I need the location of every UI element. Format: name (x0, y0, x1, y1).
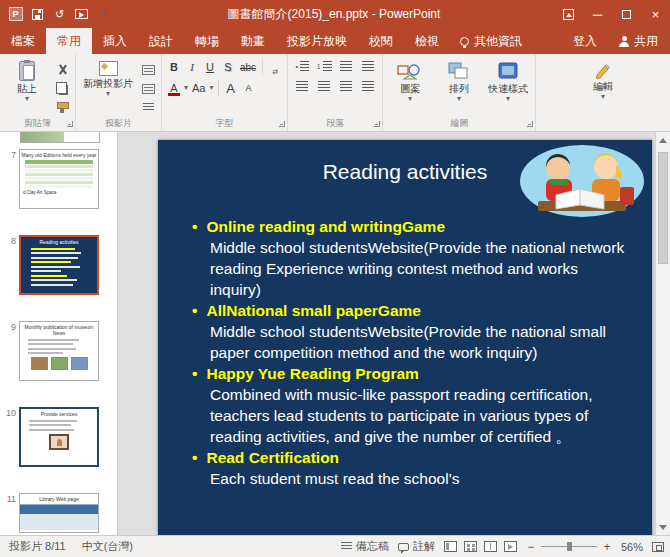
scroll-up-button[interactable] (656, 133, 670, 147)
reset-button[interactable] (139, 81, 157, 96)
normal-view-button[interactable] (444, 541, 457, 552)
close-button[interactable]: × (641, 0, 670, 28)
tab-insert[interactable]: 插入 (92, 28, 138, 54)
language-indicator[interactable]: 中文(台灣) (82, 539, 133, 554)
slide-body-text[interactable]: •Online reading and writingGame Middle s… (192, 216, 630, 489)
numbering-button[interactable]: 1 (314, 58, 334, 74)
qat-customize-button[interactable]: ▾ (93, 2, 114, 26)
bold-button[interactable]: B (166, 58, 182, 75)
new-slide-button[interactable]: 新增投影片 ▾ (80, 58, 136, 97)
tab-view[interactable]: 檢視 (404, 28, 450, 54)
paste-button[interactable]: 貼上 ▾ (4, 58, 50, 102)
decrease-font-size-button[interactable]: A (241, 79, 257, 96)
font-color-button[interactable]: A (166, 79, 182, 96)
zoom-out-button[interactable]: − (526, 540, 536, 554)
chevron-down-icon: ▾ (25, 96, 29, 102)
zoom-level[interactable]: 56% (621, 541, 643, 553)
tab-home[interactable]: 常用 (46, 28, 92, 54)
maximize-button[interactable] (612, 0, 641, 28)
slide-thumbnail-10[interactable]: Provide services (19, 407, 99, 467)
character-spacing-button[interactable]: ⇄ (267, 58, 283, 75)
ribbon-display-options-button[interactable] (554, 0, 583, 28)
justify-icon (362, 81, 374, 91)
undo-button[interactable]: ↺ (49, 2, 70, 26)
format-painter-icon (57, 102, 67, 113)
decrease-indent-button[interactable] (336, 58, 356, 74)
chevron-down-icon: ▾ (209, 85, 213, 91)
copy-button[interactable] (53, 81, 71, 96)
layout-button[interactable] (139, 62, 157, 77)
paragraph-group: • 1 段落 (288, 54, 383, 131)
app-menu-button[interactable]: P (5, 2, 26, 26)
tab-animations[interactable]: 動畫 (230, 28, 276, 54)
dialog-launcher-icon[interactable] (527, 121, 533, 127)
dialog-launcher-icon[interactable] (374, 121, 380, 127)
editing-button[interactable]: 編輯 ▾ (580, 58, 626, 100)
shapes-button[interactable]: 圖案 ▾ (387, 58, 433, 102)
comments-button[interactable]: 註解 (398, 539, 435, 554)
dialog-launcher-icon[interactable] (279, 121, 285, 127)
reading-kids-clipart[interactable] (516, 143, 644, 219)
thumbnail-title: Many old Editions held every year (20, 150, 98, 158)
quick-styles-button[interactable]: 快速樣式 ▾ (485, 58, 531, 102)
tab-design[interactable]: 設計 (138, 28, 184, 54)
tell-me-box[interactable]: 其他資訊 (450, 28, 532, 54)
reading-view-button[interactable] (484, 541, 497, 552)
tab-transitions[interactable]: 轉場 (184, 28, 230, 54)
slideshow-icon (75, 9, 88, 19)
increase-indent-button[interactable] (358, 58, 378, 74)
slide-thumbnail-6-partial[interactable] (20, 132, 100, 143)
bullet-icon: • (192, 363, 197, 384)
decrease-indent-icon (340, 61, 352, 71)
italic-button[interactable]: I (184, 58, 200, 75)
align-left-icon (296, 81, 308, 91)
align-right-button[interactable] (336, 78, 356, 94)
slide-number-8: 8 (0, 235, 19, 295)
text-shadow-button[interactable]: S (220, 58, 236, 75)
change-case-button[interactable]: Aa (190, 79, 207, 96)
vertical-scrollbar[interactable] (655, 132, 670, 535)
zoom-slider[interactable] (541, 546, 597, 547)
slide-sorter-view-button[interactable] (464, 541, 477, 552)
ribbon-tab-bar: 檔案 常用 插入 設計 轉場 動畫 投影片放映 校閱 檢視 其他資訊 登入 共用 (0, 28, 670, 54)
zoom-in-button[interactable]: + (602, 540, 612, 554)
justify-button[interactable] (358, 78, 378, 94)
share-button[interactable]: 共用 (607, 28, 670, 54)
slideshow-view-button[interactable] (504, 541, 517, 552)
minimize-button[interactable]: ─ (583, 0, 612, 28)
tell-me-label: 其他資訊 (474, 33, 522, 50)
slide-indicator[interactable]: 投影片 8/11 (9, 539, 66, 554)
bullets-button[interactable]: • (292, 58, 312, 74)
clipboard-group-label: 剪貼簿 (0, 116, 75, 131)
tab-slideshow[interactable]: 投影片放映 (276, 28, 358, 54)
fit-to-window-button[interactable] (652, 542, 664, 552)
start-slideshow-button[interactable] (71, 2, 92, 26)
sign-in-button[interactable]: 登入 (563, 28, 607, 54)
thumbnail-title: Monthly publication of museum News (20, 322, 98, 336)
underline-button[interactable]: U (202, 58, 218, 75)
slide-thumbnail-8-selected[interactable]: Reading activities (19, 235, 99, 295)
slide-editing-area[interactable]: Reading activities (158, 140, 652, 535)
slide-thumbnail-9[interactable]: Monthly publication of museum News (19, 321, 99, 381)
editing-group: 編輯 ▾ (536, 54, 670, 131)
format-painter-button[interactable] (53, 100, 71, 115)
tab-file[interactable]: 檔案 (0, 28, 46, 54)
section-button[interactable] (139, 100, 157, 115)
notes-button[interactable]: 備忘稿 (341, 539, 389, 554)
tab-review[interactable]: 校閱 (358, 28, 404, 54)
dialog-launcher-icon[interactable] (67, 121, 73, 127)
save-button[interactable] (27, 2, 48, 26)
slide-thumbnail-7[interactable]: Many old Editions held every year d Clay… (19, 149, 99, 209)
align-left-button[interactable] (292, 78, 312, 94)
arrange-button[interactable]: 排列 ▾ (436, 58, 482, 102)
zoom-slider-thumb[interactable] (567, 542, 572, 551)
align-center-button[interactable] (314, 78, 334, 94)
chevron-down-icon: ▾ (601, 94, 605, 100)
scroll-down-button[interactable] (656, 520, 670, 534)
scrollbar-thumb[interactable] (658, 152, 668, 264)
slide-thumbnail-11[interactable]: Library Web page (19, 493, 99, 533)
cut-button[interactable] (53, 62, 71, 77)
increase-font-size-button[interactable]: A (223, 79, 239, 96)
strikethrough-button[interactable]: abc (238, 58, 258, 75)
bullet-body: Middle school studentsWebsite(Provide th… (210, 321, 630, 363)
